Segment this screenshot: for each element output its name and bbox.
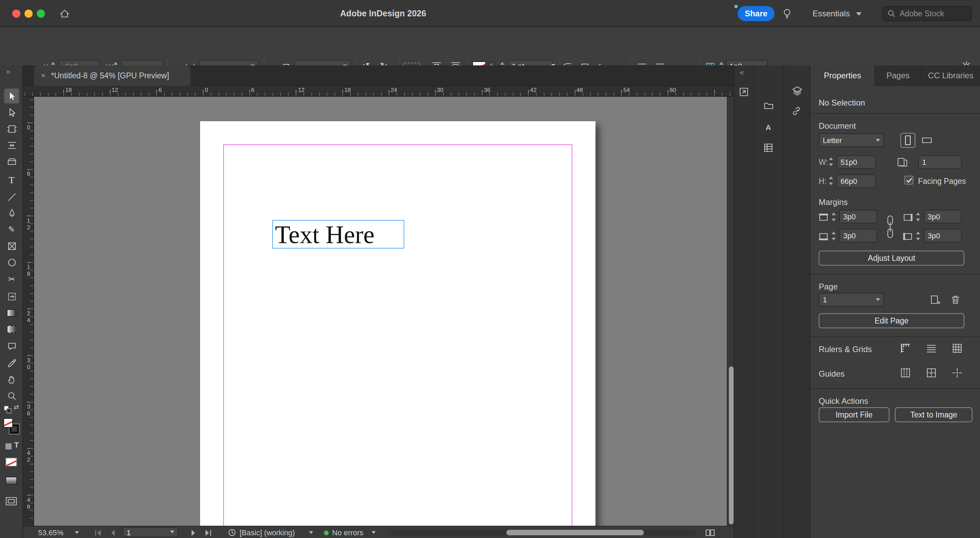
show-rulers-icon[interactable] — [898, 340, 913, 356]
page-size-dropdown[interactable]: Letter — [819, 134, 884, 147]
text-frame-content[interactable]: Text Here — [275, 221, 375, 249]
gap-tool[interactable] — [4, 137, 19, 153]
formatting-affects-container-icon[interactable] — [4, 441, 13, 453]
edit-page-button[interactable]: Edit Page — [819, 313, 964, 328]
formatting-affects-text-icon[interactable]: T — [14, 441, 19, 449]
margin-bottom-stepper[interactable] — [831, 231, 837, 240]
add-page-icon[interactable] — [928, 292, 943, 307]
spread-view-icon[interactable] — [705, 528, 715, 537]
rectangle-frame-tool[interactable] — [4, 238, 19, 253]
share-button[interactable]: Share — [738, 6, 775, 21]
scissors-tool[interactable]: ✂ — [4, 272, 19, 287]
vertical-scrollbar[interactable] — [727, 97, 733, 526]
preflight-status-dropdown[interactable]: No errors — [332, 528, 363, 536]
close-tab-icon[interactable]: × — [41, 71, 46, 80]
vertical-scrollbar-thumb[interactable] — [729, 366, 733, 524]
close-window-button[interactable] — [12, 10, 21, 18]
selection-tool[interactable] — [4, 89, 19, 104]
import-file-button[interactable]: Import File — [819, 407, 889, 422]
current-page-dropdown[interactable]: 1 — [819, 293, 884, 307]
swap-fill-stroke-icon[interactable]: ⇄ — [14, 403, 19, 411]
character-styles-icon[interactable]: A — [761, 120, 776, 135]
content-collector-tool[interactable] — [4, 154, 19, 169]
preflight-status-chevron-icon[interactable] — [372, 531, 375, 534]
page-tool[interactable] — [4, 121, 19, 136]
next-page-button[interactable] — [189, 529, 197, 538]
home-icon[interactable] — [59, 8, 71, 20]
facing-pages-checkbox[interactable] — [904, 176, 913, 185]
adobe-stock-search[interactable]: Adobe Stock — [882, 6, 972, 21]
pen-tool[interactable] — [4, 206, 19, 221]
free-transform-tool[interactable] — [4, 289, 19, 304]
workspace-switcher[interactable]: Essentials — [813, 9, 850, 18]
ellipse-tool[interactable] — [4, 255, 19, 270]
horizontal-scrollbar-thumb[interactable] — [506, 530, 644, 535]
direct-selection-tool[interactable] — [4, 105, 19, 120]
preflight-profile-chevron-icon[interactable] — [309, 531, 313, 534]
doc-width-input[interactable]: 51p0 — [837, 155, 876, 169]
fill-stroke-proxy[interactable] — [3, 418, 20, 434]
apply-gradient-button[interactable] — [5, 477, 17, 485]
tab-pages[interactable]: Pages — [875, 65, 921, 86]
lock-guides-icon[interactable] — [924, 365, 939, 380]
paragraph-styles-icon[interactable] — [761, 140, 776, 155]
gradient-swatch-tool[interactable] — [4, 305, 19, 320]
zoom-window-button[interactable] — [37, 10, 45, 18]
margins-link-icon[interactable] — [885, 214, 895, 239]
lightbulb-icon[interactable] — [781, 8, 793, 20]
horizontal-scrollbar[interactable] — [391, 530, 697, 535]
page-count-input[interactable]: 1 — [918, 155, 962, 169]
landscape-orientation-button[interactable] — [920, 133, 934, 148]
text-to-image-button[interactable]: Text to Image — [895, 407, 972, 422]
page-number-chevron-icon[interactable] — [170, 530, 174, 533]
zoom-level-dropdown[interactable]: 53.65% — [38, 528, 64, 536]
margin-right-input[interactable]: 3p0 — [924, 210, 962, 224]
apply-none-button[interactable] — [5, 458, 17, 466]
type-tool[interactable]: T — [4, 173, 19, 188]
last-page-button[interactable] — [204, 529, 212, 538]
zoom-chevron-icon[interactable] — [75, 531, 79, 534]
layers-panel-icon[interactable] — [789, 83, 804, 98]
margin-bottom-input[interactable]: 3p0 — [839, 229, 877, 243]
gradient-feather-tool[interactable] — [4, 321, 19, 337]
tab-cc-libraries[interactable]: CC Libraries — [921, 65, 980, 86]
margin-top-input[interactable]: 3p0 — [839, 210, 877, 224]
portrait-orientation-button[interactable] — [900, 133, 915, 148]
links-panel-icon[interactable] — [789, 104, 804, 118]
first-page-button[interactable] — [94, 529, 102, 538]
doc-height-input[interactable]: 66p0 — [837, 174, 876, 188]
screen-mode-button[interactable] — [5, 496, 18, 507]
dock-collapse-chevrons-icon[interactable]: « — [740, 68, 744, 76]
hand-tool[interactable] — [4, 372, 19, 387]
margin-top-stepper[interactable] — [831, 212, 837, 221]
delete-page-trash-icon[interactable] — [948, 292, 963, 307]
pages-panel-icon[interactable] — [737, 85, 751, 99]
doc-h-stepper[interactable] — [828, 176, 834, 185]
page[interactable]: Text Here — [200, 121, 595, 526]
line-tool[interactable] — [4, 189, 19, 204]
text-frame[interactable]: Text Here — [272, 220, 404, 249]
margin-left-stepper[interactable] — [915, 231, 921, 240]
fill-proxy-swatch[interactable] — [3, 418, 13, 428]
doc-w-stepper[interactable] — [828, 157, 834, 166]
document-tab[interactable]: × *Untitled-8 @ 54% [GPU Preview] — [34, 65, 191, 86]
pencil-tool[interactable]: ✎ — [4, 222, 19, 237]
document-canvas[interactable]: Text Here — [34, 97, 727, 526]
default-fill-stroke-icon[interactable] — [3, 404, 12, 417]
previous-page-button[interactable] — [109, 529, 117, 538]
margin-right-stepper[interactable] — [915, 212, 921, 221]
zoom-tool[interactable] — [4, 388, 19, 403]
tab-properties[interactable]: Properties — [811, 65, 875, 86]
show-guides-icon[interactable] — [898, 365, 913, 380]
document-grid-icon[interactable] — [950, 340, 964, 356]
tools-collapse-chevrons-icon[interactable]: » — [6, 67, 10, 76]
minimize-window-button[interactable] — [24, 10, 33, 18]
baseline-grid-icon[interactable] — [924, 340, 939, 356]
smart-guides-icon[interactable] — [950, 365, 964, 380]
adjust-layout-button[interactable]: Adjust Layout — [819, 251, 964, 266]
eyedropper-tool[interactable] — [4, 356, 19, 370]
note-tool[interactable] — [4, 338, 19, 353]
margin-left-input[interactable]: 3p0 — [924, 229, 962, 243]
workspace-chevron-down-icon[interactable] — [856, 12, 862, 16]
preflight-profile-dropdown[interactable]: [Basic] (working) — [240, 528, 295, 536]
